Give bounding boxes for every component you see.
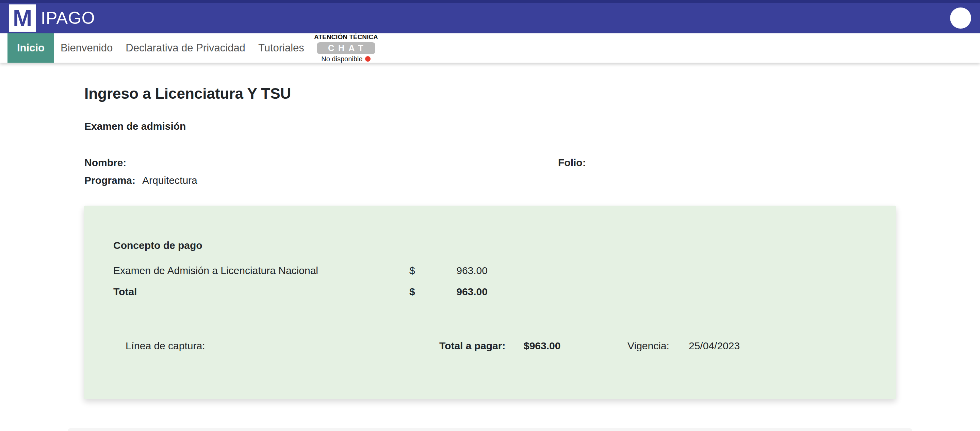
nav-item-bienvenido[interactable]: Bienvenido (60, 42, 113, 54)
total-label: Total (113, 286, 409, 297)
validity-value: 25/04/2023 (689, 340, 740, 352)
page-subtitle: Examen de admisión (84, 121, 980, 132)
payment-currency: $ (409, 265, 430, 276)
payment-total-row: Total $ 963.00 (113, 286, 867, 297)
chat-widget[interactable]: ATENCIÓN TÉCNICA CHAT No disponible (317, 34, 375, 63)
total-to-pay-label: Total a pagar: (439, 340, 505, 352)
main-content: Ingreso a Licenciatura Y TSU Examen de a… (0, 63, 980, 189)
chat-title: ATENCIÓN TÉCNICA (314, 34, 378, 41)
programa-label: Programa: (84, 175, 135, 186)
payment-heading: Concepto de pago (113, 239, 867, 251)
total-currency: $ (409, 286, 430, 297)
applicant-fields: Nombre: Folio: Programa:Arquitectura (84, 154, 980, 189)
programa-row: Programa:Arquitectura (84, 172, 980, 189)
nav-item-declarativa-privacidad[interactable]: Declarativa de Privacidad (126, 42, 245, 54)
status-dot-icon (365, 56, 371, 62)
validity-label: Vigencia: (627, 340, 669, 352)
brand-name: IPAGO (41, 8, 95, 28)
total-amount: 963.00 (430, 286, 488, 297)
brand-logo-icon[interactable]: M (9, 5, 36, 32)
nombre-label: Nombre: (84, 157, 126, 168)
nav-item-inicio-label: Inicio (17, 42, 45, 54)
nav-item-inicio[interactable]: Inicio (8, 34, 54, 63)
nav-item-tutoriales[interactable]: Tutoriales (258, 42, 304, 54)
main-navbar: Inicio Bienvenido Declarativa de Privaci… (0, 34, 980, 63)
chat-status-label: No disponible (321, 55, 363, 63)
total-to-pay-value: $963.00 (524, 340, 560, 352)
app-header: M IPAGO (0, 0, 980, 34)
page-title: Ingreso a Licenciatura Y TSU (84, 85, 980, 102)
payment-amount: 963.00 (430, 265, 488, 276)
chat-status: No disponible (321, 55, 371, 63)
folio-row: Folio: (558, 154, 593, 172)
payment-concept: Examen de Admisión a Licenciatura Nacion… (113, 265, 409, 276)
capture-line-label: Línea de captura: (126, 340, 205, 352)
capture-line-row: Línea de captura: Total a pagar: $963.00… (113, 340, 867, 354)
chat-button[interactable]: CHAT (317, 42, 375, 54)
user-avatar[interactable] (950, 8, 971, 29)
payment-panel: Concepto de pago Examen de Admisión a Li… (84, 206, 896, 399)
next-card-top-edge (68, 428, 912, 431)
payment-row: Examen de Admisión a Licenciatura Nacion… (113, 265, 867, 276)
logo-letter: M (13, 6, 32, 30)
folio-label: Folio: (558, 157, 586, 168)
programa-value: Arquitectura (142, 175, 197, 186)
nombre-row: Nombre: Folio: (84, 154, 980, 172)
